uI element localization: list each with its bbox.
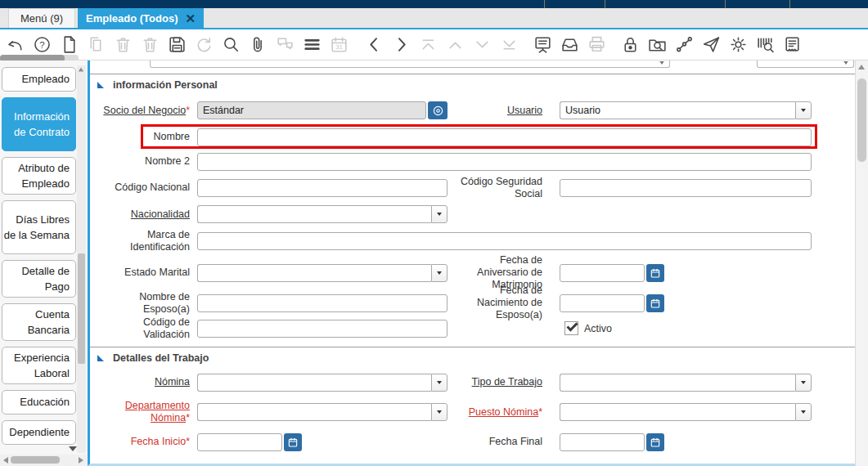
calendar-icon[interactable]	[284, 433, 302, 451]
detail-tab-list: EmpleadoInformación de ContratoAtributo …	[2, 67, 76, 450]
tipo-trabajo-label[interactable]: Tipo de Trabajo	[458, 376, 550, 388]
nombre-label: Nombre	[97, 131, 197, 143]
sidebar-item-detalle-de-pago[interactable]: Detalle de Pago	[2, 260, 76, 298]
chevron-down-icon	[843, 61, 848, 65]
nomina-input[interactable]	[197, 374, 431, 392]
clipped-fields-row	[90, 60, 855, 71]
tab-empleado[interactable]: Empleado (Todos) ✕	[78, 8, 204, 28]
tipo-trabajo-input[interactable]	[560, 374, 795, 392]
find-icon[interactable]	[221, 34, 241, 56]
detail-tabs-sidebar: EmpleadoInformación de ContratoAtributo …	[0, 60, 88, 466]
sidebar-item-educaci-n[interactable]: Educación	[2, 390, 76, 414]
help-window-icon[interactable]	[782, 34, 803, 56]
codigo-nacional-input[interactable]	[197, 179, 447, 197]
departamento-input[interactable]	[197, 403, 431, 421]
svg-text:?: ?	[39, 40, 44, 50]
nombre-input[interactable]	[197, 128, 812, 146]
collapse-icon[interactable]	[97, 82, 104, 88]
fecha-nac-esposo-input[interactable]	[560, 294, 645, 312]
save-icon[interactable]	[167, 34, 187, 56]
dropdown-arrow-icon[interactable]	[795, 374, 812, 392]
business-partner-lookup-button[interactable]	[428, 101, 447, 119]
fecha-final-input[interactable]	[560, 433, 645, 451]
socio-label[interactable]: Socio del Negocio*	[97, 105, 197, 117]
more-tabs-icon[interactable]	[69, 446, 77, 451]
undo-icon[interactable]	[5, 34, 25, 56]
product-info-icon[interactable]	[755, 34, 776, 56]
dropdown-arrow-icon[interactable]	[431, 374, 447, 392]
tab-menu[interactable]: Menú (9)	[8, 8, 75, 28]
report-icon[interactable]	[533, 34, 553, 56]
nacionalidad-label[interactable]: Nacionalidad	[97, 208, 197, 221]
workflow-icon[interactable]	[674, 34, 695, 56]
form-vertical-scrollbar[interactable]	[855, 60, 868, 466]
dropdown-arrow-icon[interactable]	[795, 101, 812, 119]
attachment-icon[interactable]	[248, 34, 268, 56]
fecha-inicio-input[interactable]	[197, 433, 282, 451]
nomina-label[interactable]: Nómina	[97, 376, 197, 388]
puesto-label[interactable]: Puesto Nómina*	[458, 406, 550, 419]
section-header-trabajo[interactable]: Detalles del Trabajo	[90, 347, 855, 369]
employee-form: información Personal Socio del Negocio* …	[88, 60, 855, 466]
scrollbar-thumb[interactable]	[11, 456, 60, 464]
usuario-label[interactable]: Usuario	[458, 105, 550, 117]
scrollbar-thumb[interactable]	[857, 78, 866, 162]
help-icon[interactable]: ?	[32, 34, 52, 56]
close-tab-icon[interactable]: ✕	[185, 12, 196, 25]
tipo-trabajo-combo	[560, 374, 812, 392]
delete-record-icon	[113, 34, 133, 56]
collapse-icon[interactable]	[97, 355, 104, 361]
sidebar-item-experiencia-laboral[interactable]: Experiencia Laboral	[2, 347, 76, 384]
fecha-aniversario-input[interactable]	[560, 264, 645, 282]
section-title: información Personal	[113, 79, 218, 91]
form-row-nombre: Nombre	[90, 125, 855, 149]
marca-input[interactable]	[197, 232, 812, 250]
calendar-icon: 31	[329, 34, 349, 56]
dropdown-arrow-icon[interactable]	[431, 205, 447, 223]
socio-input[interactable]	[197, 101, 426, 119]
lock-icon[interactable]	[620, 34, 641, 56]
scroll-right-icon[interactable]	[79, 457, 83, 464]
sidebar-item-cuenta-bancaria[interactable]: Cuenta Bancaria	[2, 303, 76, 341]
codigo-seguridad-input[interactable]	[560, 179, 812, 197]
codigo-seguridad-label: Código Seguridad Social	[458, 176, 550, 200]
codigo-validacion-label: Código de Validación	[97, 316, 197, 341]
sidebar-item-d-as-libres-de-la-semana[interactable]: Días Libres de la Semana	[2, 200, 76, 254]
scroll-up-icon[interactable]	[858, 65, 865, 69]
preferences-icon[interactable]	[728, 34, 749, 56]
requests-icon[interactable]	[701, 34, 722, 56]
header-divider	[725, 0, 726, 8]
codigo-validacion-input[interactable]	[197, 320, 447, 338]
sidebar-horizontal-scrollbar[interactable]	[0, 455, 87, 466]
dropdown-arrow-icon[interactable]	[795, 403, 812, 421]
scrollbar-thumb[interactable]	[78, 253, 85, 364]
archive-icon[interactable]	[560, 34, 580, 56]
new-record-icon[interactable]	[59, 34, 79, 56]
toggle-grid-icon[interactable]	[302, 34, 322, 56]
next-record-icon[interactable]	[391, 34, 412, 56]
nombre2-input[interactable]	[197, 153, 812, 171]
previous-record-icon[interactable]	[364, 34, 385, 56]
sidebar-item-atributo-de-empleado[interactable]: Atributo de Empleado	[2, 157, 76, 195]
section-header-personal[interactable]: información Personal	[90, 74, 855, 96]
dropdown-arrow-icon[interactable]	[431, 264, 447, 282]
sidebar-item-informaci-n-de-contrato[interactable]: Información de Contrato	[2, 97, 76, 151]
scroll-left-icon[interactable]	[3, 457, 8, 464]
activo-checkbox[interactable]	[564, 321, 578, 335]
sidebar-item-dependiente[interactable]: Dependiente	[2, 420, 76, 445]
sidebar-item-empleado[interactable]: Empleado	[2, 67, 76, 92]
calendar-icon[interactable]	[646, 264, 664, 282]
calendar-icon[interactable]	[646, 294, 664, 312]
calendar-icon[interactable]	[646, 433, 664, 451]
estado-marital-input[interactable]	[197, 264, 431, 282]
zoom-across-icon[interactable]	[647, 34, 668, 56]
sidebar-item-label: Experiencia Laboral	[2, 350, 70, 382]
scroll-up-icon[interactable]	[79, 68, 83, 72]
nombre-esposo-input[interactable]	[197, 294, 447, 312]
nacionalidad-input[interactable]	[197, 205, 431, 223]
puesto-input[interactable]	[560, 403, 795, 421]
departamento-label[interactable]: Departamento Nómina*	[97, 400, 197, 424]
dropdown-arrow-icon[interactable]	[431, 403, 447, 421]
sidebar-vertical-scrollbar[interactable]	[77, 65, 86, 453]
usuario-input[interactable]	[560, 101, 795, 119]
